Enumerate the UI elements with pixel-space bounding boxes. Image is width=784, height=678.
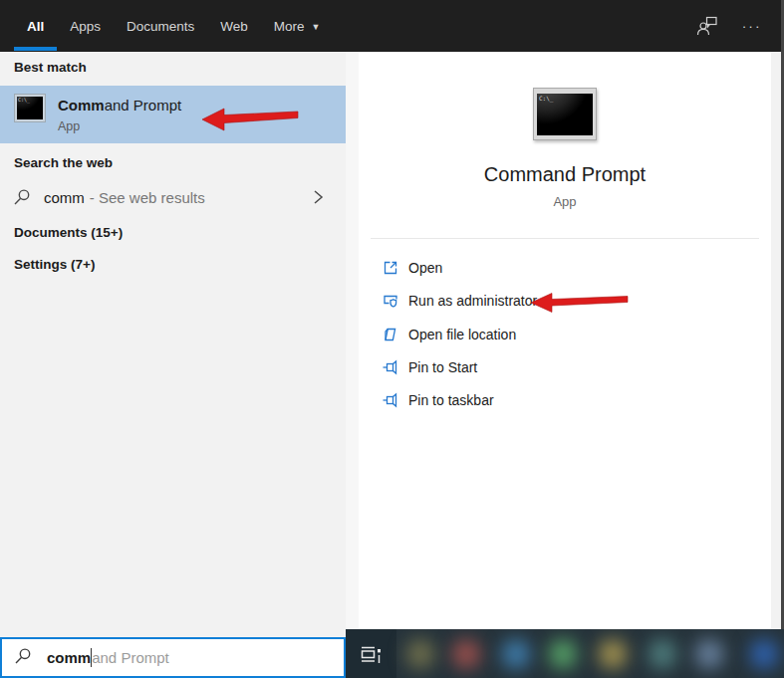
tab-web-label: Web xyxy=(220,19,248,34)
command-prompt-icon xyxy=(14,94,46,122)
taskbar-app-icon[interactable] xyxy=(549,639,577,669)
action-pin-to-start[interactable]: Pin to Start xyxy=(359,356,771,380)
chevron-right-icon[interactable] xyxy=(313,188,324,210)
best-match-title: Command Prompt xyxy=(58,97,181,113)
pin-icon xyxy=(383,392,398,408)
app-type-label: App xyxy=(359,194,771,209)
feedback-icon[interactable] xyxy=(696,16,718,36)
tab-apps-label: Apps xyxy=(70,19,101,34)
taskbar-app-icon[interactable] xyxy=(406,639,434,669)
taskbar-app-icon[interactable] xyxy=(695,639,723,669)
tab-more-label: More xyxy=(274,19,305,34)
command-prompt-large-icon xyxy=(533,88,597,140)
search-icon xyxy=(13,188,31,210)
folder-location-icon xyxy=(383,327,398,342)
documents-section-toggle[interactable]: Documents (15+) xyxy=(14,225,123,240)
tab-all-label: All xyxy=(27,19,44,34)
web-search-suggestion[interactable]: comm- See web results xyxy=(0,177,346,221)
best-match-result-command-prompt[interactable]: Command Prompt App xyxy=(0,86,346,143)
action-pin-taskbar-label: Pin to taskbar xyxy=(408,392,494,408)
header-actions: ... xyxy=(696,0,762,52)
best-match-subtitle: App xyxy=(58,119,80,133)
search-web-section-label: Search the web xyxy=(14,155,113,170)
best-match-section-label: Best match xyxy=(14,60,87,75)
taskbar-search-input[interactable]: command Prompt xyxy=(0,637,346,678)
taskbar-app-icon[interactable] xyxy=(452,639,480,669)
action-run-admin-label: Run as administrator xyxy=(408,293,537,309)
action-file-location-label: Open file location xyxy=(408,327,516,342)
right-margin-strip xyxy=(771,52,781,629)
taskbar-app-icon[interactable] xyxy=(649,639,676,669)
tab-documents-label: Documents xyxy=(127,19,194,34)
task-view-icon xyxy=(359,644,385,664)
taskbar-app-icon[interactable] xyxy=(750,639,778,669)
app-title: Command Prompt xyxy=(359,163,771,186)
chevron-down-icon: ▼ xyxy=(312,22,321,32)
tab-all[interactable]: All xyxy=(14,0,57,52)
open-icon xyxy=(383,260,398,276)
action-open-label: Open xyxy=(408,260,442,276)
taskbar-app-icon[interactable] xyxy=(599,639,627,669)
more-options-icon[interactable]: ... xyxy=(742,16,762,37)
search-filter-header: All Apps Documents Web More▼ ... xyxy=(0,0,784,52)
search-icon xyxy=(14,647,32,669)
tab-web[interactable]: Web xyxy=(207,0,261,52)
pin-icon xyxy=(383,359,398,375)
actions-divider xyxy=(371,238,759,239)
results-panel: Best match Command Prompt App Search the… xyxy=(0,52,346,638)
settings-section-toggle[interactable]: Settings (7+) xyxy=(14,257,95,272)
taskbar-app-icon[interactable] xyxy=(502,639,530,669)
panel-divider-strip xyxy=(346,52,359,629)
action-open-file-location[interactable]: Open file location xyxy=(359,324,771,347)
search-input-text: command Prompt xyxy=(47,648,169,667)
shield-icon xyxy=(383,293,398,309)
action-pin-start-label: Pin to Start xyxy=(408,359,477,375)
tab-documents[interactable]: Documents xyxy=(114,0,207,52)
action-open[interactable]: Open xyxy=(359,257,771,281)
action-pin-to-taskbar[interactable]: Pin to taskbar xyxy=(359,389,771,413)
tab-more[interactable]: More▼ xyxy=(261,0,334,52)
taskbar xyxy=(346,629,784,678)
action-run-as-administrator[interactable]: Run as administrator xyxy=(359,290,771,314)
windows-search-flyout: All Apps Documents Web More▼ ... Best ma… xyxy=(0,0,784,678)
tab-apps[interactable]: Apps xyxy=(57,0,114,52)
filter-tabs: All Apps Documents Web More▼ xyxy=(0,0,334,52)
preview-panel: Command Prompt App Open Run as administr… xyxy=(359,52,771,629)
web-query-text: comm- See web results xyxy=(44,189,205,206)
task-view-button[interactable] xyxy=(346,629,396,678)
